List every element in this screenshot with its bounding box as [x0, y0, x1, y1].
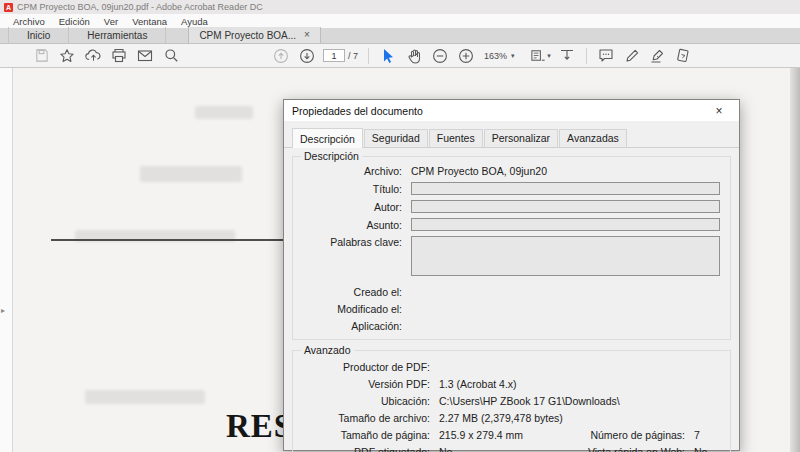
titulo-input[interactable] — [411, 182, 720, 195]
dialog-title: Propiedades del documento — [292, 105, 707, 117]
navigation-pane-strip[interactable]: ▸ — [0, 68, 13, 452]
titulo-label: Título: — [299, 183, 411, 195]
page-number-input[interactable]: 1 — [323, 49, 345, 62]
save-icon — [34, 48, 49, 63]
previous-page-button[interactable] — [268, 46, 294, 66]
select-tool-button[interactable] — [375, 46, 401, 66]
window-title: CPM Proyecto BOA, 09jun20.pdf - Adobe Ac… — [17, 2, 263, 12]
tab-inicio[interactable]: Inicio — [8, 27, 69, 43]
tab-close-icon[interactable]: × — [304, 30, 310, 40]
field-row-ubicacion: Ubicación: C:\Users\HP ZBook 17 G1\Downl… — [299, 393, 724, 408]
creado-label: Creado el: — [299, 286, 411, 298]
tamano-pagina-label: Tamaño de página: — [299, 429, 439, 441]
pencil-icon — [624, 48, 640, 64]
page-down-icon — [299, 48, 315, 64]
menu-ver[interactable]: Ver — [97, 16, 125, 27]
menu-edicion[interactable]: Edición — [52, 16, 97, 27]
dialog-close-icon[interactable]: × — [707, 104, 731, 118]
scanned-horizontal-rule — [51, 239, 296, 241]
faint-scanned-text — [195, 106, 253, 119]
vista-rapida-value: No — [694, 446, 707, 452]
tab-herramientas[interactable]: Herramientas — [69, 27, 166, 43]
star-icon — [59, 48, 75, 64]
zoom-out-button[interactable] — [427, 46, 453, 66]
field-row-modificado: Modificado el: — [299, 301, 724, 316]
print-button[interactable] — [106, 46, 132, 66]
share-button[interactable] — [671, 46, 697, 66]
field-row-tamano-pagina: Tamaño de página: 215.9 x 279.4 mm Númer… — [299, 427, 724, 442]
dialog-tab-fuentes[interactable]: Fuentes — [429, 129, 483, 147]
field-row-tamano-archivo: Tamaño de archivo: 2.27 MB (2,379,478 by… — [299, 410, 724, 425]
asunto-input[interactable] — [411, 218, 720, 231]
zoom-level-dropdown[interactable]: 163% ▾ — [479, 51, 520, 61]
advanced-group: Avanzado Productor de PDF: Versión PDF: … — [292, 350, 731, 452]
autor-label: Autor: — [299, 201, 411, 213]
nav-pane-toggle-icon[interactable]: ▸ — [1, 306, 5, 315]
palabras-clave-label: Palabras clave: — [299, 236, 411, 248]
hand-tool-button[interactable] — [401, 46, 427, 66]
email-button[interactable] — [132, 46, 158, 66]
dialog-tab-avanzadas[interactable]: Avanzadas — [559, 129, 627, 147]
field-row-archivo: Archivo: CPM Proyecto BOA, 09jun20 — [299, 165, 724, 177]
zoom-in-button[interactable] — [453, 46, 479, 66]
field-row-etiquetado: PDF etiquetado: No Vista rápida en Web: … — [299, 444, 724, 452]
page-edge-shadow — [790, 68, 800, 452]
page-view-dropdown[interactable]: ▾ — [528, 46, 554, 66]
menu-bar: Archivo Edición Ver Ventana Ayuda — [0, 14, 800, 28]
document-properties-dialog: Propiedades del documento × Descripción … — [283, 99, 740, 451]
tamano-archivo-label: Tamaño de archivo: — [299, 412, 439, 424]
dialog-tab-descripcion[interactable]: Descripción — [292, 128, 363, 148]
field-row-titulo: Título: — [299, 182, 724, 195]
advanced-group-title: Avanzado — [301, 344, 354, 356]
fit-width-icon — [559, 48, 575, 63]
pdf-etiquetado-label: PDF etiquetado: — [299, 446, 439, 452]
main-toolbar: 1 / 7 163% ▾ ▾ — [0, 44, 800, 68]
comment-icon — [598, 48, 614, 63]
description-group: Descripción Archivo: CPM Proyecto BOA, 0… — [292, 156, 731, 340]
dialog-title-bar: Propiedades del documento × — [284, 100, 739, 121]
page-total-label: / 7 — [348, 51, 358, 61]
ubicacion-value: C:\Users\HP ZBook 17 G1\Downloads\ — [439, 395, 620, 407]
cloud-upload-button[interactable] — [80, 46, 106, 66]
numero-paginas-value: 7 — [694, 429, 700, 441]
acrobat-app-icon: A — [4, 3, 13, 12]
comment-button[interactable] — [593, 46, 619, 66]
archivo-value: CPM Proyecto BOA, 09jun20 — [411, 165, 547, 177]
tab-bar: Inicio Herramientas CPM Proyecto BOA... … — [0, 28, 800, 44]
zoom-in-icon — [458, 48, 474, 64]
print-icon — [111, 48, 127, 63]
palabras-clave-textarea[interactable] — [411, 236, 720, 276]
field-row-productor: Productor de PDF: — [299, 359, 724, 374]
save-button[interactable] — [28, 46, 54, 66]
field-row-version: Versión PDF: 1.3 (Acrobat 4.x) — [299, 376, 724, 391]
tamano-archivo-value: 2.27 MB (2,379,478 bytes) — [439, 412, 563, 424]
tab-document[interactable]: CPM Proyecto BOA... × — [188, 27, 321, 43]
menu-archivo[interactable]: Archivo — [6, 16, 52, 27]
field-row-aplicacion: Aplicación: — [299, 318, 724, 333]
zoom-out-icon — [432, 48, 448, 64]
field-row-palabras-clave: Palabras clave: — [299, 236, 724, 276]
faint-scanned-text — [140, 166, 242, 182]
zoom-level-value: 163% — [484, 51, 507, 61]
toolbar-separator — [368, 48, 369, 64]
fill-sign-button[interactable] — [619, 46, 645, 66]
dialog-tab-personalizar[interactable]: Personalizar — [484, 129, 558, 147]
favorites-button[interactable] — [54, 46, 80, 66]
field-row-creado: Creado el: — [299, 284, 724, 299]
menu-ventana[interactable]: Ventana — [125, 16, 174, 27]
sign-button[interactable] — [645, 46, 671, 66]
dialog-body: Descripción Archivo: CPM Proyecto BOA, 0… — [284, 148, 739, 452]
menu-ayuda[interactable]: Ayuda — [174, 16, 215, 27]
modificado-label: Modificado el: — [299, 303, 411, 315]
tab-document-label: CPM Proyecto BOA... — [199, 30, 296, 41]
search-button[interactable] — [158, 46, 184, 66]
next-page-button[interactable] — [294, 46, 320, 66]
fit-width-button[interactable] — [554, 46, 580, 66]
description-group-title: Descripción — [301, 150, 362, 162]
share-document-icon — [675, 48, 692, 64]
autor-input[interactable] — [411, 200, 720, 213]
archivo-label: Archivo: — [299, 165, 411, 177]
chevron-down-icon: ▾ — [511, 52, 515, 60]
vista-rapida-label: Vista rápida en Web: — [587, 446, 694, 452]
dialog-tab-seguridad[interactable]: Seguridad — [364, 129, 428, 147]
